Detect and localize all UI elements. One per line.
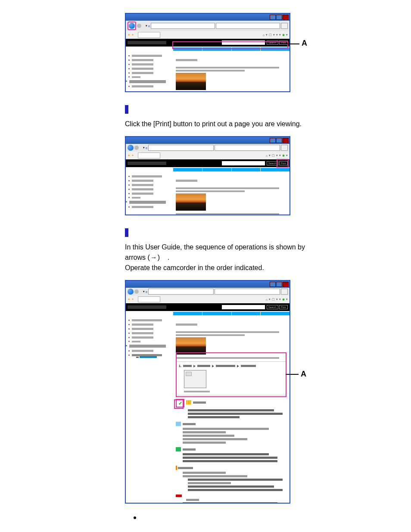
right-arrow-icon [212, 365, 214, 367]
right-arrow-icon: → [150, 252, 158, 263]
note-block: ✓ [176, 399, 286, 418]
add-favorite-icon: ✦ [131, 33, 134, 37]
hint-icon [186, 400, 191, 404]
section-marker-icon [125, 228, 128, 237]
back-icon [129, 23, 135, 29]
screenshot-operations: ▾e ★✦ ⌂▾▢▾▾ ◉▾ Search Print [125, 280, 306, 504]
home-icon: ⌂ [263, 34, 265, 37]
arrow-instruction-text: In this User Guide, the sequence of oper… [125, 242, 306, 273]
browser-toolbar: ★ ✦ ⌂▾ ▢▾ ▾ ▾ ◉ ▾ [126, 31, 290, 39]
check-icon: ✓ [177, 400, 183, 406]
note-icon [176, 422, 181, 426]
page-header-bar: Search Print [126, 39, 290, 47]
favorites-icon: ★ [128, 33, 130, 37]
browser-navbar: ▾ e [126, 21, 290, 31]
tip-icon [176, 447, 181, 451]
operation-step-box: 1. [176, 361, 286, 395]
sunset-image [176, 73, 206, 90]
search-icon [281, 23, 288, 29]
search-button: Search [267, 40, 278, 45]
document-page: ▾ e ★ ✦ ⌂▾ ▢▾ ▾ ▾ ◉ ▾ [0, 0, 411, 532]
screenshot-print: ▾ e ★✦ ⌂▾▢▾▾ ◉▾ Search Print [125, 136, 306, 215]
warning-icon [176, 495, 182, 497]
right-arrow-icon [193, 365, 196, 367]
screenshot-tabs: ▾ e ★ ✦ ⌂▾ ▢▾ ▾ ▾ ◉ ▾ [125, 13, 306, 92]
side-nav [126, 51, 176, 92]
bullet-icon [134, 516, 136, 519]
print-instruction-text: Click the [Print] button to print out a … [125, 119, 306, 129]
minimize-icon [270, 15, 276, 20]
right-arrow-icon [237, 365, 239, 367]
annotation-a: A [301, 370, 306, 379]
print-button-highlighted: Print [279, 161, 288, 165]
forward-icon [137, 24, 141, 28]
maximize-icon [276, 15, 282, 20]
section-marker-icon [125, 105, 128, 114]
close-icon [283, 15, 289, 20]
window-titlebar [126, 14, 290, 21]
annotation-a: A [302, 39, 307, 48]
